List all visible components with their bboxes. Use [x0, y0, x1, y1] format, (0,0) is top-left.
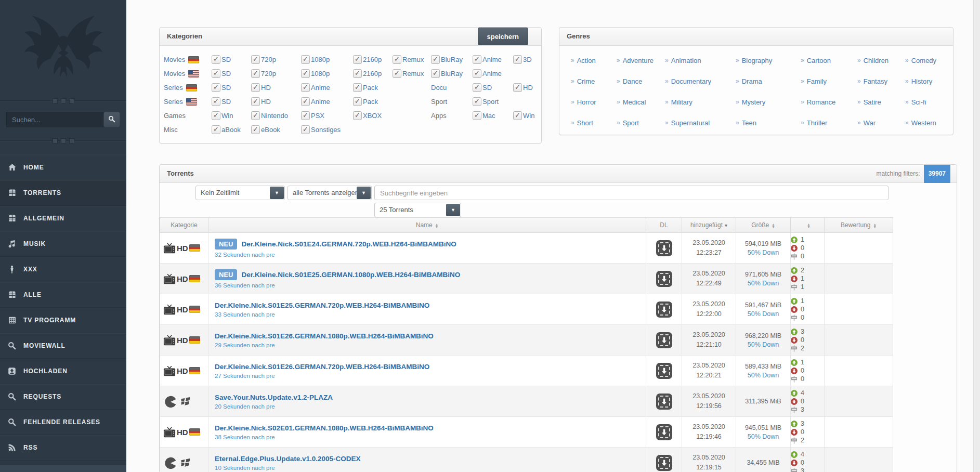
sidebar-item-fehlende-releases[interactable]: FEHLENDE RELEASES [0, 410, 126, 435]
genre-thriller[interactable]: »Thriller [801, 112, 857, 133]
site-logo[interactable] [0, 2, 126, 96]
genre-military[interactable]: »Military [665, 91, 736, 112]
scrollbar[interactable] [973, 0, 980, 472]
category-label-series[interactable]: Series [164, 95, 212, 109]
category-cell[interactable]: HD [160, 294, 208, 325]
torrent-name-link[interactable]: Der.Kleine.Nick.S01E26.GERMAN.720p.WEB.H… [215, 363, 429, 371]
series-de-sd-checkbox[interactable]: ✓SD [212, 81, 251, 95]
genre-war[interactable]: »War [857, 112, 905, 133]
series-us-sd-checkbox[interactable]: ✓SD [212, 95, 251, 109]
download-button[interactable] [656, 424, 672, 440]
sidebar-item-home[interactable]: HOME [0, 155, 126, 180]
games-xbox-checkbox[interactable]: ✓XBOX [353, 109, 393, 123]
series-de-pack-checkbox[interactable]: ✓Pack [353, 81, 393, 95]
sidebar-item-allgemein[interactable]: ALLGEMEIN [0, 206, 126, 231]
genre-medical[interactable]: »Medical [617, 91, 665, 112]
genre-romance[interactable]: »Romance [801, 91, 857, 112]
genre-teen[interactable]: »Teen [736, 112, 801, 133]
category-label-series[interactable]: Series [164, 81, 212, 95]
movies-us-anime-checkbox[interactable]: ✓Anime [473, 67, 513, 81]
movies-us-bluray-checkbox[interactable]: ✓BluRay [431, 67, 473, 81]
category-label-docu[interactable]: Docu [431, 81, 473, 95]
movies-us-sd-checkbox[interactable]: ✓SD [212, 67, 251, 81]
genre-children[interactable]: »Children [857, 50, 905, 71]
genre-horror[interactable]: »Horror [571, 91, 617, 112]
movies-de-3d-checkbox[interactable]: ✓3D [513, 53, 537, 67]
genre-documentary[interactable]: »Documentary [665, 71, 736, 91]
series-de-hd-checkbox[interactable]: ✓HD [513, 81, 537, 95]
genre-fantasy[interactable]: »Fantasy [857, 71, 905, 91]
movies-de-2160p-checkbox[interactable]: ✓2160p [353, 53, 393, 67]
movies-de-sd-checkbox[interactable]: ✓SD [212, 53, 251, 67]
sidebar-item-torrents[interactable]: TORRENTS [0, 180, 126, 206]
download-button[interactable] [656, 271, 672, 287]
download-button[interactable] [656, 363, 672, 379]
genre-sport[interactable]: »Sport [617, 112, 665, 133]
sidebar-item-requests[interactable]: REQUESTS [0, 384, 126, 410]
sidebar-item-alle[interactable]: ALLE [0, 282, 126, 308]
discount-link[interactable]: 50% Down [736, 433, 790, 440]
genre-crime[interactable]: »Crime [571, 71, 617, 91]
torrent-name-link[interactable]: Der.Kleine.Nick.S01E25.GERMAN.1080p.WEB.… [241, 271, 460, 279]
torrent-name-link[interactable]: Save.Your.Nuts.Update.v1.2-PLAZA [215, 394, 333, 401]
category-cell[interactable] [160, 386, 208, 417]
movies-de-1080p-checkbox[interactable]: ✓1080p [301, 53, 353, 67]
movies-us-720p-checkbox[interactable]: ✓720p [251, 67, 301, 81]
category-label-movies[interactable]: Movies [164, 67, 212, 81]
genre-action[interactable]: »Action [571, 50, 617, 71]
sidebar-item-xxx[interactable]: XXX [0, 257, 126, 282]
torrent-search-input[interactable] [374, 186, 888, 200]
misc-abook-checkbox[interactable]: ✓aBook [212, 123, 251, 137]
movies-us-remux-checkbox[interactable]: ✓Remux [393, 67, 431, 81]
torrent-name-link[interactable]: Der.Kleine.Nick.S01E24.GERMAN.720p.WEB.H… [241, 240, 456, 248]
sidebar-item-moviewall[interactable]: MOVIEWALL [0, 333, 126, 359]
download-button[interactable] [656, 332, 672, 348]
genre-animation[interactable]: »Animation [665, 50, 736, 71]
games-win-checkbox[interactable]: ✓Win [212, 109, 251, 123]
genre-supernatural[interactable]: »Supernatural [665, 112, 736, 133]
movies-de-anime-checkbox[interactable]: ✓Anime [473, 53, 513, 67]
torrent-name-link[interactable]: Der.Kleine.Nick.S02E01.GERMAN.1080p.WEB.… [215, 424, 434, 432]
discount-link[interactable]: 50% Down [736, 280, 790, 287]
genre-comedy[interactable]: »Comedy [905, 50, 953, 71]
series-us-pack-checkbox[interactable]: ✓Pack [353, 95, 393, 109]
column-header-hinzugef-gt[interactable]: hinzugefügt▾ [682, 218, 736, 233]
column-header-name[interactable]: Name▲▼ [208, 218, 646, 233]
download-button[interactable] [656, 240, 672, 256]
discount-link[interactable]: 50% Down [736, 341, 790, 348]
series-de-hd-checkbox[interactable]: ✓HD [251, 81, 301, 95]
movies-us-2160p-checkbox[interactable]: ✓2160p [353, 67, 393, 81]
torrent-name-link[interactable]: Der.Kleine.Nick.S01E25.GERMAN.720p.WEB.H… [215, 301, 429, 309]
time-limit-select[interactable]: Kein Zeitlimit ▼ [195, 186, 285, 200]
genre-short[interactable]: »Short [571, 112, 617, 133]
genre-adventure[interactable]: »Adventure [617, 50, 665, 71]
genre-family[interactable]: »Family [801, 71, 857, 91]
column-header-gr-e[interactable]: Größe▲▼ [736, 218, 791, 233]
genre-dance[interactable]: »Dance [617, 71, 665, 91]
movies-us-1080p-checkbox[interactable]: ✓1080p [301, 67, 353, 81]
games-win-checkbox[interactable]: ✓Win [513, 109, 537, 123]
series-us-sport-checkbox[interactable]: ✓Sport [473, 95, 513, 109]
discount-link[interactable]: 50% Down [736, 310, 790, 318]
discount-link[interactable]: 50% Down [736, 249, 790, 256]
series-de-sd-checkbox[interactable]: ✓SD [473, 81, 513, 95]
genre-satire[interactable]: »Satire [857, 91, 905, 112]
column-header-bewertung[interactable]: Bewertung▲▼ [825, 218, 893, 233]
series-us-anime-checkbox[interactable]: ✓Anime [301, 95, 353, 109]
download-button[interactable] [656, 394, 672, 410]
games-psx-checkbox[interactable]: ✓PSX [301, 109, 353, 123]
category-label-movies[interactable]: Movies [164, 53, 212, 67]
genre-biography[interactable]: »Biography [736, 50, 801, 71]
torrent-name-link[interactable]: Eternal.Edge.Plus.Update.v1.0.2005-CODEX [215, 455, 361, 463]
movies-de-720p-checkbox[interactable]: ✓720p [251, 53, 301, 67]
series-us-hd-checkbox[interactable]: ✓HD [251, 95, 301, 109]
download-button[interactable] [656, 301, 672, 318]
category-cell[interactable]: HD [160, 233, 208, 264]
sidebar-item-hochladen[interactable]: HOCHLADEN [0, 359, 126, 384]
series-de-anime-checkbox[interactable]: ✓Anime [301, 81, 353, 95]
genre-history[interactable]: »History [905, 71, 953, 91]
category-cell[interactable] [160, 448, 208, 472]
misc-ebook-checkbox[interactable]: ✓eBook [251, 123, 301, 137]
per-page-select[interactable]: 25 Torrents ▼ [374, 203, 461, 217]
genre-sci-fi[interactable]: »Sci-fi [905, 91, 953, 112]
